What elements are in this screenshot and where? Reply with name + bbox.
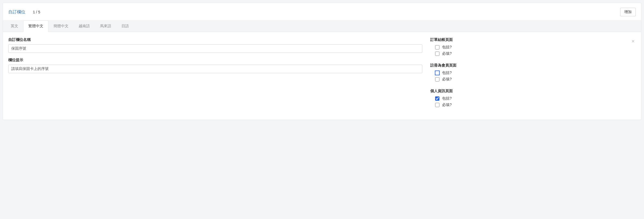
register-required-row: 必填? bbox=[430, 77, 636, 82]
add-button[interactable]: 增加 bbox=[620, 8, 636, 16]
field-name-input[interactable] bbox=[8, 44, 422, 53]
checkout-required-row: 必填? bbox=[430, 51, 636, 56]
section-personal: 個人資訊頁面 包括? 必填? bbox=[430, 89, 636, 107]
checkout-required-checkbox[interactable] bbox=[435, 52, 439, 56]
register-required-checkbox[interactable] bbox=[435, 77, 439, 81]
tab-japanese[interactable]: 日語 bbox=[116, 20, 134, 32]
tab-malay[interactable]: 馬來語 bbox=[95, 20, 116, 32]
field-hint-group: 欄位提示 bbox=[8, 58, 422, 73]
tab-vietnamese[interactable]: 越南語 bbox=[74, 20, 95, 32]
panel-title: 自訂欄位 bbox=[8, 9, 25, 15]
language-tabs: 英文 繁體中文 簡體中文 越南語 馬來語 日語 bbox=[3, 20, 641, 32]
personal-required-row: 必填? bbox=[430, 103, 636, 107]
personal-include-row: 包括? bbox=[430, 96, 636, 101]
header-left: 自訂欄位 1 / 5 bbox=[8, 9, 40, 15]
checkout-required-label: 必填? bbox=[442, 51, 452, 56]
field-hint-label: 欄位提示 bbox=[8, 58, 422, 62]
register-include-checkbox[interactable] bbox=[435, 71, 439, 75]
checkout-include-label: 包括? bbox=[442, 45, 452, 50]
tab-traditional-chinese[interactable]: 繁體中文 bbox=[23, 20, 48, 32]
section-checkout: 訂單結帳頁面 包括? 必填? bbox=[430, 37, 636, 56]
left-column: 自訂欄位名稱 欄位提示 bbox=[8, 37, 422, 114]
field-name-group: 自訂欄位名稱 bbox=[8, 37, 422, 53]
personal-include-checkbox[interactable] bbox=[435, 96, 439, 101]
section-title-register: 註冊為會員頁面 bbox=[430, 63, 636, 68]
personal-required-label: 必填? bbox=[442, 103, 452, 107]
field-name-label: 自訂欄位名稱 bbox=[8, 37, 422, 42]
close-icon[interactable]: × bbox=[630, 37, 636, 45]
register-required-label: 必填? bbox=[442, 77, 452, 82]
section-title-checkout: 訂單結帳頁面 bbox=[430, 37, 636, 42]
panel-header: 自訂欄位 1 / 5 增加 bbox=[3, 3, 641, 20]
content-area: 自訂欄位名稱 欄位提示 × 訂單結帳頁面 包括? 必填? bbox=[3, 32, 641, 120]
register-include-label: 包括? bbox=[442, 71, 452, 75]
tab-english[interactable]: 英文 bbox=[6, 20, 23, 32]
field-hint-input[interactable] bbox=[8, 65, 422, 73]
personal-include-label: 包括? bbox=[442, 96, 452, 101]
register-include-row: 包括? bbox=[430, 71, 636, 75]
checkout-include-checkbox[interactable] bbox=[435, 45, 439, 49]
tab-simplified-chinese[interactable]: 簡體中文 bbox=[48, 20, 74, 32]
field-counter: 1 / 5 bbox=[33, 10, 40, 14]
custom-field-panel: 自訂欄位 1 / 5 增加 英文 繁體中文 簡體中文 越南語 馬來語 日語 自訂… bbox=[3, 3, 641, 120]
right-column: × 訂單結帳頁面 包括? 必填? 註冊為會員頁面 包括? bbox=[422, 37, 636, 114]
section-register: 註冊為會員頁面 包括? 必填? bbox=[430, 63, 636, 82]
checkout-include-row: 包括? bbox=[430, 45, 636, 50]
section-title-personal: 個人資訊頁面 bbox=[430, 89, 636, 93]
personal-required-checkbox[interactable] bbox=[435, 103, 439, 107]
